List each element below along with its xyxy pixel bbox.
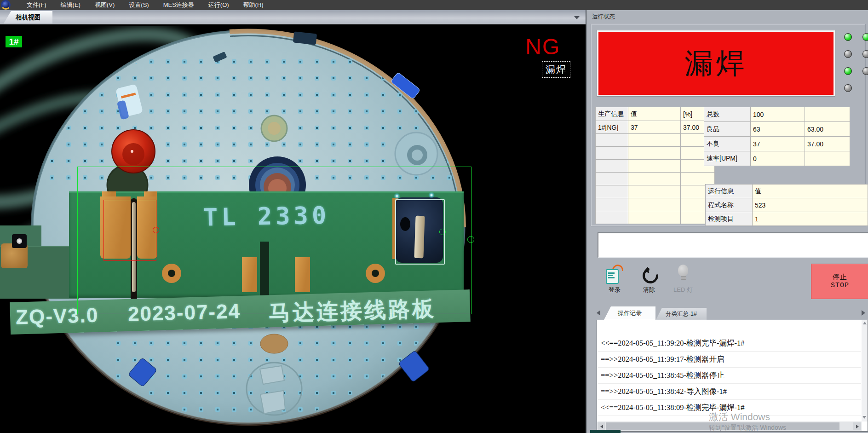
roi-handle[interactable]: [153, 227, 159, 233]
windows-activation-watermark: 转到“设置”以激活 Windows: [709, 424, 786, 432]
status-led-gray: [844, 84, 852, 92]
tab-scroll-left-icon[interactable]: [597, 310, 600, 316]
status-led-gray: [862, 50, 868, 58]
roi-handle[interactable]: [467, 236, 474, 243]
chevron-down-icon[interactable]: [574, 16, 580, 19]
id-badge-icon: [606, 269, 619, 284]
clear-button[interactable]: [641, 266, 657, 283]
tan-blob: [260, 334, 288, 353]
defect-tag-label: 漏焊: [542, 61, 570, 78]
menu-run[interactable]: 运行(O): [208, 1, 229, 9]
vertical-scrollbar[interactable]: [862, 320, 868, 421]
data-table: 总数100良品6363.00不良3737.00速率[UPM]0: [704, 107, 850, 166]
table-cell: 63: [751, 122, 805, 137]
table-cell: [596, 160, 628, 173]
tab-operation-log[interactable]: 操作记录: [604, 306, 655, 320]
menu-help[interactable]: 帮助(H): [243, 1, 264, 9]
camera-view-panel: TL 2330 ZQ-V3.0 2023-07-24 马达连接线路板 1# NG…: [0, 23, 586, 433]
table-row: 速率[UPM]0: [704, 151, 850, 166]
menu-file[interactable]: 文件(F): [27, 1, 46, 9]
camera-tab-bar: 相机视图: [0, 10, 586, 23]
table-row: 总数100: [704, 107, 850, 122]
scroll-up-icon[interactable]: [863, 322, 867, 324]
scroll-right-icon[interactable]: [853, 422, 861, 430]
run-info-table: 运行信息值程式名称523检测项目1: [705, 184, 868, 226]
table-cell: 37: [628, 121, 681, 134]
table-row: 良品6363.00: [704, 122, 850, 137]
menu-bar: 文件(F) 编辑(E) 视图(V) 设置(S) MES连接器 运行(O) 帮助(…: [0, 0, 868, 10]
roi-defect-region[interactable]: [103, 200, 156, 261]
table-row: 检测项目1: [706, 212, 868, 226]
stop-button[interactable]: 停止 STOP: [811, 264, 868, 299]
log-spacer: [598, 320, 861, 335]
status-led-green: [844, 67, 852, 75]
login-button[interactable]: [605, 265, 624, 284]
table-cell: 程式名称: [706, 198, 753, 212]
menu-view[interactable]: 视图(V): [95, 1, 115, 9]
table-cell: [596, 185, 628, 198]
led-light-label: LED 灯: [672, 286, 694, 294]
bulb-icon: [678, 265, 688, 277]
table-row: [596, 211, 715, 224]
data-table: 生产信息值[%]1#[NG]3737.00: [595, 107, 715, 224]
scroll-down-icon[interactable]: [862, 416, 866, 419]
table-cell: 总数: [704, 107, 751, 122]
roi-pass-region[interactable]: [395, 199, 445, 265]
olive-circle: [261, 115, 287, 141]
table-cell: [596, 173, 628, 185]
tab-camera-view[interactable]: 相机视图: [4, 11, 52, 23]
tab-category-summary[interactable]: 分类汇总-1#: [656, 308, 707, 320]
table-cell: 生产信息: [596, 107, 628, 121]
status-banner: 漏焊: [597, 30, 835, 96]
table-row: 生产信息值[%]: [596, 107, 715, 121]
table-cell: [805, 151, 850, 166]
bulb-icon: [681, 276, 686, 280]
table-cell: [628, 173, 681, 185]
table-cell: 1#[NG]: [596, 121, 628, 134]
clear-label[interactable]: 清除: [639, 286, 659, 294]
log-entry[interactable]: ==>>2024-05-05_11:38:45-检测器停止: [598, 368, 861, 384]
table-row: [596, 160, 715, 173]
table-cell: 37.00: [805, 137, 850, 151]
table-row: [596, 173, 715, 185]
login-label[interactable]: 登录: [605, 286, 624, 294]
table-cell: 523: [752, 198, 868, 212]
table-row: [596, 134, 715, 147]
log-entry[interactable]: ==>>2024-05-05_11:38:42-导入图像-1#: [598, 384, 861, 400]
taskbar-sliver: [590, 430, 621, 433]
message-box: [598, 232, 868, 258]
table-cell: 1: [752, 212, 868, 226]
table-cell: [628, 134, 681, 147]
table-cell: 速率[UPM]: [704, 151, 751, 166]
run-status-panel: 运行状态 漏焊 生产信息值[%]1#[NG]3737.00 总数100良品636…: [586, 10, 868, 433]
app-logo-icon: [1, 0, 11, 10]
status-led-gray: [862, 67, 868, 75]
table-cell: [628, 160, 681, 173]
table-cell: 良品: [704, 122, 751, 137]
table-cell: [628, 198, 681, 211]
log-entry[interactable]: <<==2024-05-05_11:39:20-检测完毕-漏焊-1#: [598, 335, 861, 352]
table-cell: [596, 147, 628, 160]
table-cell: 运行信息: [706, 185, 753, 198]
menu-settings[interactable]: 设置(S): [129, 1, 149, 9]
tab-scroll-right-icon[interactable]: [862, 310, 865, 316]
panel-title: 运行状态: [592, 13, 615, 21]
led-light-button[interactable]: [675, 265, 691, 283]
table-row: [596, 147, 715, 160]
table-cell: [628, 211, 681, 224]
stop-label-cn: 停止: [833, 274, 847, 282]
status-led-green: [844, 33, 852, 41]
menu-edit[interactable]: 编辑(E): [61, 1, 80, 9]
table-row: 1#[NG]3737.00: [596, 121, 715, 134]
log-entry[interactable]: ==>>2024-05-05_11:39:17-检测器开启: [598, 352, 861, 368]
status-led-green: [862, 33, 868, 41]
totals-table: 总数100良品6363.00不良3737.00速率[UPM]0: [704, 107, 850, 166]
log-rows: <<==2024-05-05_11:39:20-检测完毕-漏焊-1#==>>20…: [598, 320, 861, 421]
table-cell: [596, 198, 628, 211]
camera-number-badge: 1#: [6, 36, 22, 47]
table-cell: 值: [628, 107, 681, 121]
production-table: 生产信息值[%]1#[NG]3737.00: [595, 107, 715, 224]
scroll-left-icon[interactable]: [598, 422, 605, 430]
table-row: [596, 185, 715, 198]
menu-mes-connector[interactable]: MES连接器: [163, 1, 194, 9]
